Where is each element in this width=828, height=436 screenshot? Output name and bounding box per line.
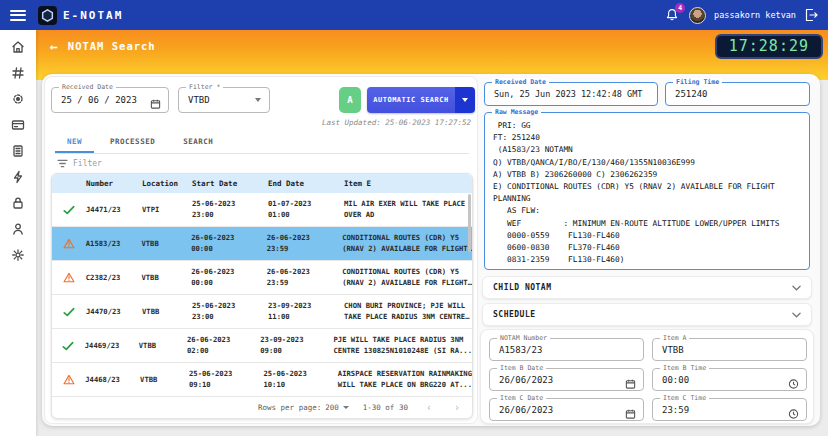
filing-time-field[interactable]: Filing Time 251240 xyxy=(665,82,810,106)
chevron-down-icon xyxy=(792,312,801,318)
table-filter-toggle[interactable]: Filter xyxy=(57,159,102,168)
automatic-search-dropdown[interactable] xyxy=(455,87,475,113)
check-icon xyxy=(52,205,86,215)
a-toggle-button[interactable]: A xyxy=(339,87,361,113)
schedule-accordion[interactable]: SCHEDULE xyxy=(482,303,812,326)
chevron-down-icon xyxy=(255,98,261,102)
chevron-down-icon xyxy=(792,285,801,291)
received-date-input[interactable]: Received Date 25 / 06 / 2023 xyxy=(51,87,169,113)
table-row[interactable]: J4469/23 VTBB 26-06-2023 02:00 23-09-202… xyxy=(52,329,472,363)
bolt-icon[interactable] xyxy=(11,169,26,184)
notam-number-field[interactable]: NOTAM Number A1583/23 xyxy=(489,338,644,361)
check-icon xyxy=(52,341,85,351)
utc-clock: 17:28:29 xyxy=(715,34,823,59)
user-name: passakorn ketvan xyxy=(714,10,796,20)
automatic-search-button[interactable]: AUTOMATIC SEARCH xyxy=(367,87,475,113)
card-icon[interactable] xyxy=(11,117,26,132)
home-icon[interactable] xyxy=(11,39,26,54)
pagination: Rows per page: 200 1-30 of 30 ‹ › xyxy=(258,402,464,413)
child-notam-accordion[interactable]: CHILD NOTAM xyxy=(482,276,812,299)
next-page-button[interactable]: › xyxy=(450,402,464,413)
rows-per-page-select[interactable]: Rows per page: 200 xyxy=(258,403,349,412)
filter-select[interactable]: Filter * VTBD xyxy=(178,87,270,113)
calendar-icon[interactable] xyxy=(150,95,161,106)
warning-icon xyxy=(52,374,85,385)
app-title: E-NOTAM xyxy=(63,9,123,22)
back-arrow-icon[interactable]: ← xyxy=(50,39,58,54)
notam-detail-fields-card: NOTAM Number A1583/23 Item A VTBB Item B… xyxy=(480,329,814,424)
left-sidebar xyxy=(0,30,36,436)
prev-page-button[interactable]: ‹ xyxy=(422,402,436,413)
pagination-range: 1-30 of 30 xyxy=(363,403,408,412)
main-content-card: Received Date 25 / 06 / 2023 Filter * VT… xyxy=(42,74,820,426)
app-logo xyxy=(38,6,57,25)
library-icon[interactable] xyxy=(11,143,26,158)
table-row-selected[interactable]: A1583/23 VTBB 26-06-2023 00:00 26-06-202… xyxy=(52,227,472,261)
check-icon xyxy=(52,307,86,317)
warning-icon xyxy=(52,272,86,283)
hash-icon[interactable] xyxy=(11,65,26,80)
item-a-field[interactable]: Item A VTBB xyxy=(652,338,807,361)
detail-received-date-field[interactable]: Received Date Sun, 25 Jun 2023 12:42:48 … xyxy=(484,82,658,106)
table-row[interactable]: J4471/23 VTPI 25-06-2023 23:00 01-07-202… xyxy=(52,193,472,227)
raw-message-text: PRI: GG FT: 251240 (A1583/23 NOTAMN Q) V… xyxy=(493,120,779,266)
clock-icon[interactable] xyxy=(788,374,799,385)
table-header-row: Number Location Start Date End Date Item… xyxy=(52,174,472,193)
notam-table: Number Location Start Date End Date Item… xyxy=(51,173,473,419)
user-avatar[interactable] xyxy=(689,7,706,24)
notifications-bell-icon[interactable]: 4 xyxy=(665,7,681,23)
logout-icon[interactable] xyxy=(804,8,818,22)
warning-icon xyxy=(52,238,86,249)
tab-new[interactable]: NEW xyxy=(55,132,94,153)
table-row[interactable]: C2382/23 VTBB 26-06-2023 00:00 26-06-202… xyxy=(52,261,472,295)
settings-gear-icon[interactable] xyxy=(11,247,26,262)
item-c-date-field[interactable]: Item C Date 26/06/2023 xyxy=(489,398,644,421)
notam-list-panel: Received Date 25 / 06 / 2023 Filter * VT… xyxy=(44,76,478,424)
clock-icon[interactable] xyxy=(788,404,799,415)
table-scrollbar[interactable] xyxy=(468,194,471,252)
tab-processed[interactable]: PROCESSED xyxy=(98,132,167,153)
list-tabs: NEW PROCESSED SEARCH xyxy=(55,132,469,154)
calendar-icon[interactable] xyxy=(625,374,636,385)
person-icon[interactable] xyxy=(11,221,26,236)
calendar-icon[interactable] xyxy=(625,404,636,415)
filter-icon xyxy=(57,159,68,168)
item-b-date-field[interactable]: Item B Date 26/06/2023 xyxy=(489,368,644,391)
chevron-down-icon xyxy=(343,406,349,409)
notification-badge: 4 xyxy=(675,3,685,13)
item-c-time-field[interactable]: Item C Time 23:59 xyxy=(652,398,807,421)
chevron-down-icon xyxy=(462,98,468,102)
last-updated-text: Last Updated: 25-06-2023 17:27:52 xyxy=(322,118,471,127)
item-b-time-field[interactable]: Item B Time 00:00 xyxy=(652,368,807,391)
hamburger-menu-icon[interactable] xyxy=(10,10,26,21)
table-row[interactable]: J4470/23 VTBB 25-06-2023 23:00 23-09-202… xyxy=(52,295,472,329)
table-row[interactable]: J4468/23 VTBB 25-06-2023 09:10 25-06-202… xyxy=(52,363,472,397)
track-location-icon[interactable] xyxy=(11,91,26,106)
raw-message-field[interactable]: Raw Message PRI: GG FT: 251240 (A1583/23… xyxy=(484,112,810,270)
app-header: E-NOTAM 4 passakorn ketvan xyxy=(0,0,828,30)
tab-search[interactable]: SEARCH xyxy=(171,132,225,153)
page-title: NOTAM Search xyxy=(68,40,156,52)
lock-icon[interactable] xyxy=(11,195,26,210)
